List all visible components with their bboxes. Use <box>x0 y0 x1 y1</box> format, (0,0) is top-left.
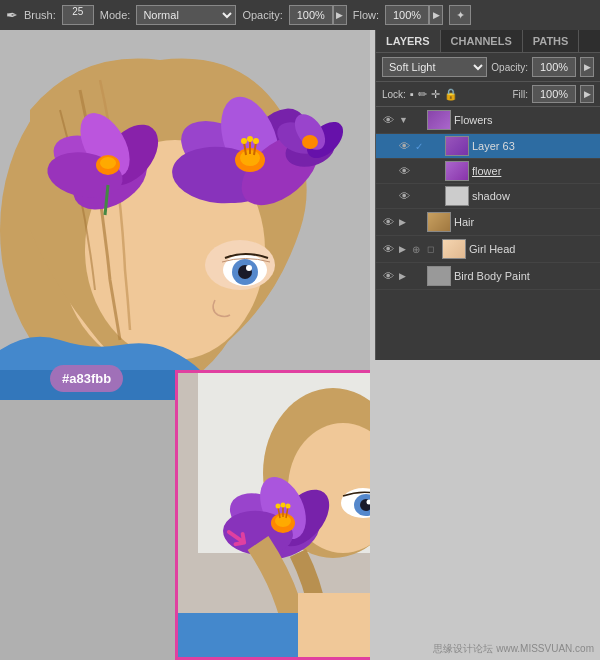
opacity-stepper[interactable]: ▶ <box>580 57 594 77</box>
svg-point-31 <box>253 138 259 144</box>
lock-move-icon[interactable]: ✛ <box>431 88 440 101</box>
mask-girlhead: ◻ <box>427 244 439 254</box>
mode-dropdown[interactable]: Normal Multiply Screen Overlay <box>136 5 236 25</box>
eye-icon-flowers[interactable]: 👁 <box>380 114 396 126</box>
eye-icon-hair[interactable]: 👁 <box>380 216 396 228</box>
svg-point-55 <box>276 504 281 509</box>
svg-point-36 <box>302 135 318 149</box>
blend-row: Soft Light Normal Multiply Screen Opacit… <box>376 53 600 82</box>
svg-rect-58 <box>298 593 370 657</box>
fill-stepper[interactable]: ▶ <box>580 85 594 103</box>
layers-panel: LAYERS CHANNELS PATHS Soft Light Normal … <box>375 30 600 360</box>
name-flowers: Flowers <box>454 114 596 126</box>
brush-tool-icon: ✒ <box>6 7 18 23</box>
layer-item-layer63[interactable]: 👁 ✓ Layer 63 <box>376 134 600 159</box>
tab-paths[interactable]: PATHS <box>523 30 580 52</box>
name-birdbody: Bird Body Paint <box>454 270 596 282</box>
svg-point-56 <box>281 503 286 508</box>
svg-point-57 <box>286 504 291 509</box>
svg-point-16 <box>100 157 116 169</box>
watermark: 思缘设计论坛 www.MISSVUAN.com <box>433 642 594 656</box>
expand-hair[interactable]: ▶ <box>399 217 409 227</box>
brush-label: Brush: <box>24 9 56 21</box>
svg-point-8 <box>246 265 252 271</box>
layer-group-flowers[interactable]: 👁 ▼ Flowers <box>376 107 600 134</box>
lock-row: Lock: ▪ ✏ ✛ 🔒 Fill: 100% ▶ <box>376 82 600 107</box>
eye-icon-girlhead[interactable]: 👁 <box>380 243 396 255</box>
expand-flowers[interactable]: ▼ <box>399 115 409 125</box>
eye-icon-birdbody[interactable]: 👁 <box>380 270 396 282</box>
preview-illustration: ➜ <box>178 373 370 657</box>
thumb-flowers <box>427 110 451 130</box>
expand-birdbody[interactable]: ▶ <box>399 271 409 281</box>
color-swatch: #a83fbb <box>50 365 123 392</box>
opacity-value[interactable]: 100% <box>532 57 576 77</box>
layer-item-shadow[interactable]: 👁 shadow <box>376 184 600 209</box>
eye-icon-shadow[interactable]: 👁 <box>396 190 412 202</box>
name-layer63: Layer 63 <box>472 140 596 152</box>
flow-arrow[interactable]: ▶ <box>429 5 443 25</box>
flow-value[interactable]: 100% <box>385 5 429 25</box>
mode-label: Mode: <box>100 9 131 21</box>
name-hair: Hair <box>454 216 596 228</box>
thumb-girlhead <box>442 239 466 259</box>
canvas-illustration <box>0 30 370 400</box>
eye-icon-layer63[interactable]: 👁 <box>396 140 412 152</box>
eye-icon-flower[interactable]: 👁 <box>396 165 412 177</box>
name-girlhead: Girl Head <box>469 243 596 255</box>
lock-transparent-icon[interactable]: ▪ <box>410 88 414 100</box>
thumb-flower <box>445 161 469 181</box>
opacity-label: Opacity: <box>242 9 282 21</box>
toolbar: ✒ Brush: 25 Mode: Normal Multiply Screen… <box>0 0 600 30</box>
layer-item-flower[interactable]: 👁 flower <box>376 159 600 184</box>
thumb-shadow <box>445 186 469 206</box>
thumb-layer63 <box>445 136 469 156</box>
airbrush-toggle[interactable]: ✦ <box>449 5 471 25</box>
svg-point-29 <box>241 138 247 144</box>
canvas-area: #a83fbb <box>0 30 370 660</box>
brush-size-input[interactable]: 25 <box>62 5 94 25</box>
lock-label: Lock: <box>382 89 406 100</box>
lock-all-icon[interactable]: 🔒 <box>444 88 458 101</box>
svg-point-30 <box>247 136 253 142</box>
tab-layers[interactable]: LAYERS <box>376 30 441 52</box>
name-flower: flower <box>472 165 596 177</box>
flow-label: Flow: <box>353 9 379 21</box>
thumb-birdbody <box>427 266 451 286</box>
panel-tabs: LAYERS CHANNELS PATHS <box>376 30 600 53</box>
layer-list: 👁 ▼ Flowers 👁 ✓ Layer 63 👁 flower 👁 <box>376 107 600 290</box>
blend-mode-dropdown[interactable]: Soft Light Normal Multiply Screen <box>382 57 487 77</box>
layer-group-girlhead[interactable]: 👁 ▶ ⊕ ◻ Girl Head <box>376 236 600 263</box>
thumb-hair <box>427 212 451 232</box>
fill-value[interactable]: 100% <box>532 85 576 103</box>
name-shadow: shadow <box>472 190 596 202</box>
expand-girlhead[interactable]: ▶ <box>399 244 409 254</box>
lock-paint-icon[interactable]: ✏ <box>418 88 427 101</box>
opacity-value[interactable]: 100% <box>289 5 333 25</box>
layer-group-birdbody[interactable]: 👁 ▶ Bird Body Paint <box>376 263 600 290</box>
layer-group-hair[interactable]: 👁 ▶ Hair <box>376 209 600 236</box>
fill-label: Fill: <box>512 89 528 100</box>
opacity-label: Opacity: <box>491 62 528 73</box>
opacity-arrow[interactable]: ▶ <box>333 5 347 25</box>
check-layer63: ✓ <box>415 141 427 152</box>
preview-box: ➜ <box>175 370 370 660</box>
svg-rect-59 <box>178 613 298 657</box>
fx-girlhead: ⊕ <box>412 244 424 255</box>
tab-channels[interactable]: CHANNELS <box>441 30 523 52</box>
